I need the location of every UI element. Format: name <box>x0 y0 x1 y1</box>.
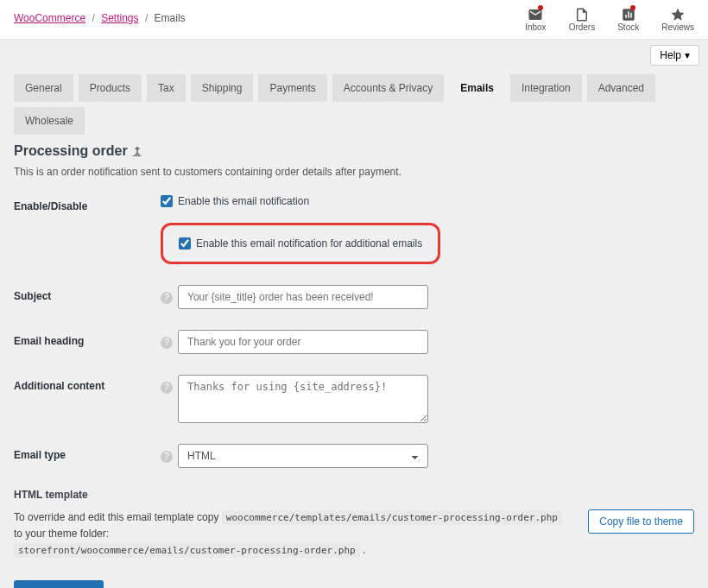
save-changes-button[interactable]: Save changes <box>14 580 104 588</box>
template-dest-path: storefront/woocommerce/emails/customer-p… <box>14 543 360 558</box>
help-icon[interactable]: ? <box>161 382 173 394</box>
tab-integration[interactable]: Integration <box>510 74 582 102</box>
enable-label: Enable/Disable <box>14 195 161 212</box>
breadcrumb-settings[interactable]: Settings <box>101 12 138 24</box>
tab-tax[interactable]: Tax <box>147 74 186 102</box>
tab-shipping[interactable]: Shipping <box>191 74 254 102</box>
subject-label: Subject <box>14 285 161 302</box>
notification-dot-icon <box>538 5 543 10</box>
back-arrow-icon[interactable]: ↥ <box>133 145 142 157</box>
subject-input[interactable] <box>178 285 428 309</box>
heading-input[interactable] <box>178 330 428 354</box>
help-icon[interactable]: ? <box>161 451 173 463</box>
tab-emails[interactable]: Emails <box>449 74 505 102</box>
reviews-button[interactable]: Reviews <box>661 7 694 32</box>
email-type-select[interactable]: HTML <box>178 444 428 468</box>
breadcrumb: WooCommerce / Settings / Emails <box>14 7 186 24</box>
page-title: Processing order ↥ <box>14 143 694 159</box>
orders-icon <box>574 7 590 22</box>
email-type-label: Email type <box>14 444 161 461</box>
enable-additional-checkbox-wrap[interactable]: Enable this email notification for addit… <box>179 237 422 250</box>
page-description: This is an order notification sent to cu… <box>14 166 694 178</box>
help-toggle-button[interactable]: Help ▾ <box>650 45 699 66</box>
tab-advanced[interactable]: Advanced <box>587 74 655 102</box>
chevron-down-icon: ▾ <box>685 49 690 61</box>
inbox-button[interactable]: Inbox <box>525 7 546 32</box>
template-source-path: woocommerce/templates/emails/customer-pr… <box>222 510 562 525</box>
tab-products[interactable]: Products <box>79 74 142 102</box>
template-section-title: HTML template <box>14 489 694 501</box>
enable-notification-checkbox-wrap[interactable]: Enable this email notification <box>161 195 694 207</box>
breadcrumb-current: Emails <box>155 12 186 24</box>
additional-content-textarea[interactable] <box>178 375 428 423</box>
breadcrumb-root[interactable]: WooCommerce <box>14 12 85 24</box>
orders-button[interactable]: Orders <box>569 7 596 32</box>
help-icon[interactable]: ? <box>161 292 173 304</box>
additional-content-label: Additional content <box>14 375 161 392</box>
stock-button[interactable]: Stock <box>617 7 639 32</box>
heading-label: Email heading <box>14 330 161 347</box>
settings-tabs: GeneralProductsTaxShippingPaymentsAccoun… <box>14 74 694 135</box>
enable-notification-checkbox[interactable] <box>161 195 173 207</box>
tab-wholesale[interactable]: Wholesale <box>14 107 85 135</box>
highlighted-option: Enable this email notification for addit… <box>161 223 440 264</box>
enable-additional-checkbox[interactable] <box>179 237 191 250</box>
tab-payments[interactable]: Payments <box>258 74 326 102</box>
tab-general[interactable]: General <box>14 74 73 102</box>
copy-file-button[interactable]: Copy file to theme <box>588 509 694 534</box>
help-icon[interactable]: ? <box>161 337 173 349</box>
star-icon <box>670 7 686 22</box>
template-instructions: To override and edit this email template… <box>14 509 571 560</box>
tab-accounts-privacy[interactable]: Accounts & Privacy <box>332 74 444 102</box>
